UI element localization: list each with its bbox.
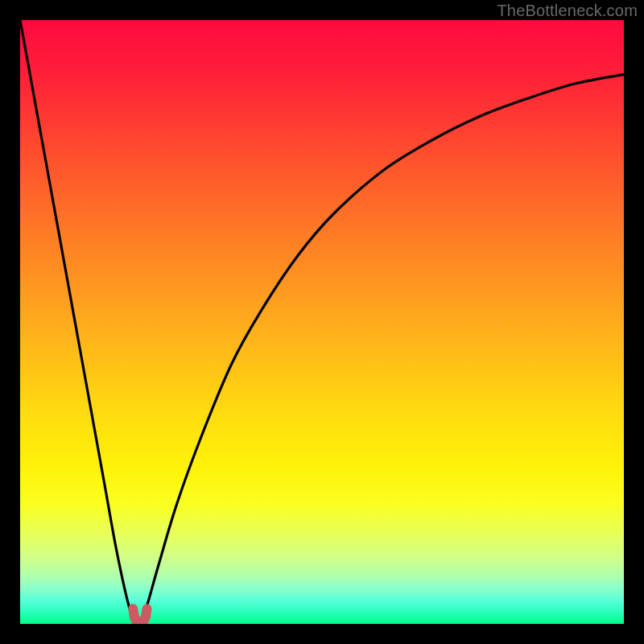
plot-area [20,20,624,624]
marker-layer [20,20,624,624]
watermark-text: TheBottleneck.com [497,2,638,20]
optimal-marker [133,609,147,624]
outer-frame: TheBottleneck.com [0,0,644,644]
